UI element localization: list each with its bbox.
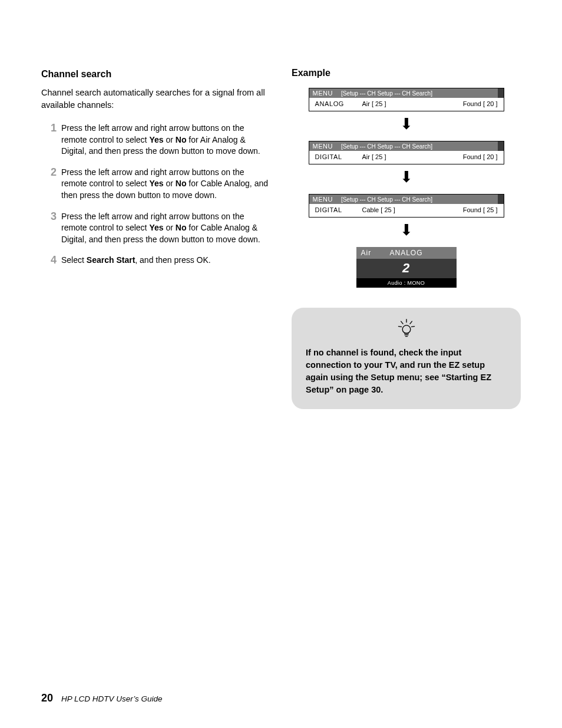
t: Search Start: [87, 255, 135, 265]
t: Yes: [149, 135, 163, 144]
menu-label: MENU: [313, 143, 333, 150]
t: , and then press OK.: [135, 255, 210, 265]
signal-type: ANALOG: [315, 100, 362, 107]
arrow-down-icon: ⬇︎: [292, 169, 521, 185]
menu-row: DIGITAL Air [ 25 ] Found [ 20 ]: [309, 151, 504, 164]
t: or: [164, 223, 176, 232]
step-2: 2 Press the left arrow and right arrow b…: [41, 167, 270, 202]
signal-source: Air [ 25 ]: [362, 153, 433, 160]
signal-type: DIGITAL: [315, 153, 362, 160]
arrow-down-icon: ⬇︎: [292, 222, 521, 238]
found-count: Found [ 20 ]: [433, 100, 498, 107]
step-number: 1: [41, 123, 61, 157]
step-body: Press the left arrow and right arrow but…: [61, 167, 270, 202]
channel-result-box: Air ANALOG 2 Audio : MONO: [356, 247, 457, 288]
t: or: [164, 135, 176, 144]
right-column: Example MENU [Setup --- CH Setup --- CH …: [292, 68, 521, 409]
t: No: [176, 135, 187, 144]
result-audio: Audio : MONO: [356, 278, 457, 288]
result-type: ANALOG: [356, 249, 457, 257]
menu-box-3: MENU [Setup --- CH Setup --- CH Search] …: [309, 194, 504, 218]
lightbulb-icon: [306, 318, 507, 342]
steps-list: 1 Press the left arrow and right arrow b…: [41, 123, 270, 266]
svg-line-4: [411, 327, 414, 327]
t: Select: [61, 255, 87, 265]
t: or: [164, 179, 176, 188]
intro-text: Channel search automatically searches fo…: [41, 87, 270, 111]
menu-header: MENU [Setup --- CH Setup --- CH Search]: [309, 195, 504, 204]
t: Yes: [149, 223, 163, 232]
found-count: Found [ 20 ]: [433, 153, 498, 160]
page-number: 20: [41, 692, 53, 704]
page-footer: 20 HP LCD HDTV User’s Guide: [41, 692, 162, 704]
signal-type: DIGITAL: [315, 206, 362, 213]
signal-source: Air [ 25 ]: [362, 100, 433, 107]
found-count: Found [ 25 ]: [433, 206, 498, 213]
menu-label: MENU: [313, 90, 333, 97]
step-body: Press the left arrow and right arrow but…: [61, 211, 270, 246]
arrow-down-icon: ⬇︎: [292, 116, 521, 131]
decoration: [498, 195, 504, 204]
step-body: Press the left arrow and right arrow but…: [61, 123, 270, 157]
decoration: [498, 88, 504, 98]
t: No: [176, 179, 187, 188]
svg-line-3: [398, 327, 401, 327]
menu-row: DIGITAL Cable [ 25 ] Found [ 25 ]: [309, 204, 504, 217]
example-area: MENU [Setup --- CH Setup --- CH Search] …: [292, 84, 521, 409]
tip-callout: If no channel is found, check the input …: [292, 308, 521, 409]
heading-channel-search: Channel search: [41, 68, 270, 81]
menu-breadcrumb: [Setup --- CH Setup --- CH Search]: [341, 143, 432, 150]
step-1: 1 Press the left arrow and right arrow b…: [41, 123, 270, 157]
menu-header: MENU [Setup --- CH Setup --- CH Search]: [309, 88, 504, 98]
step-number: 2: [41, 167, 61, 202]
menu-breadcrumb: [Setup --- CH Setup --- CH Search]: [341, 196, 432, 203]
svg-point-5: [402, 325, 411, 334]
signal-source: Cable [ 25 ]: [362, 206, 433, 213]
tip-text: If no channel is found, check the input …: [306, 347, 507, 396]
step-body: Select Search Start, and then press OK.: [61, 255, 270, 266]
menu-box-1: MENU [Setup --- CH Setup --- CH Search] …: [309, 88, 504, 111]
t: No: [176, 223, 187, 232]
result-header: Air ANALOG: [356, 247, 457, 259]
page-body: Channel search Channel search automatica…: [0, 0, 562, 409]
step-number: 3: [41, 211, 61, 246]
left-column: Channel search Channel search automatica…: [41, 68, 270, 409]
result-channel-number: 2: [356, 259, 457, 278]
heading-example: Example: [292, 68, 521, 78]
svg-line-2: [409, 321, 411, 324]
t: Yes: [149, 179, 163, 188]
step-number: 4: [41, 255, 61, 266]
footer-title: HP LCD HDTV User’s Guide: [61, 694, 163, 703]
svg-line-1: [401, 321, 402, 324]
decoration: [498, 141, 504, 151]
menu-row: ANALOG Air [ 25 ] Found [ 20 ]: [309, 98, 504, 111]
step-3: 3 Press the left arrow and right arrow b…: [41, 211, 270, 246]
menu-header: MENU [Setup --- CH Setup --- CH Search]: [309, 141, 504, 151]
menu-box-2: MENU [Setup --- CH Setup --- CH Search] …: [309, 141, 504, 164]
menu-breadcrumb: [Setup --- CH Setup --- CH Search]: [341, 90, 432, 97]
menu-label: MENU: [313, 196, 333, 203]
step-4: 4 Select Search Start, and then press OK…: [41, 255, 270, 266]
